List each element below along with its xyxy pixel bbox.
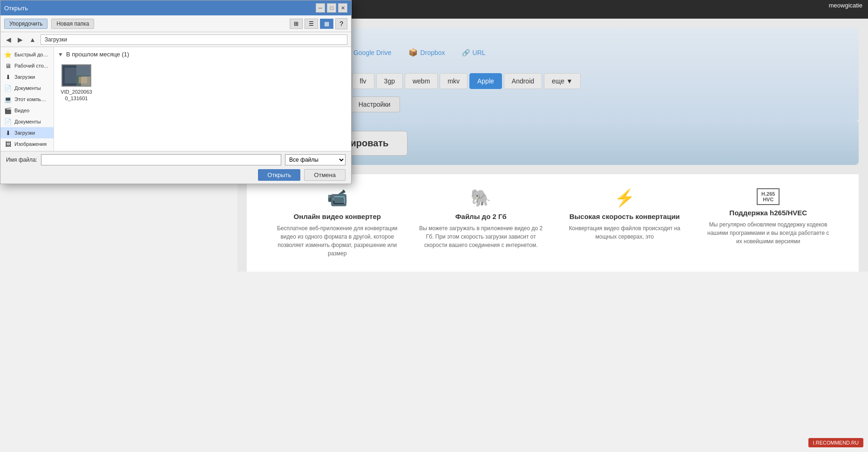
video-icon: 🎬 bbox=[4, 107, 12, 114]
new-folder-button[interactable]: Новая папка bbox=[51, 19, 94, 29]
svg-rect-3 bbox=[76, 75, 90, 86]
format-tab-3gp[interactable]: 3gp bbox=[376, 73, 403, 89]
sidebar-label-desktop-1: Рабочий сто... bbox=[14, 63, 48, 68]
filename-row: Имя файла: Все файлы bbox=[6, 154, 346, 165]
documents-icon-2: 📄 bbox=[4, 118, 12, 125]
dialog-maximize-button[interactable]: □ bbox=[327, 3, 336, 13]
dialog-footer: Имя файла: Все файлы Открыть Отмена bbox=[0, 151, 351, 184]
file-thumb-visual bbox=[62, 65, 90, 86]
sidebar-item-downloads-active[interactable]: ⬇ Загрузки bbox=[0, 127, 54, 138]
dropbox-button[interactable]: 📦 Dropbox bbox=[403, 44, 451, 61]
filetype-select[interactable]: Все файлы bbox=[285, 154, 346, 165]
view-list-button[interactable]: ☰ bbox=[305, 19, 318, 29]
feature-desc-3: Мы регулярно обновляем поддержку кодеков… bbox=[706, 220, 831, 246]
format-tab-webm[interactable]: webm bbox=[405, 73, 438, 89]
svg-rect-2 bbox=[76, 65, 90, 75]
dialog-help-button[interactable]: ? bbox=[335, 18, 347, 29]
dialog-addressbar: ◀ ▶ ▲ Загрузки bbox=[0, 32, 351, 47]
feature-desc-2: Конвертация видео файлов происходит на м… bbox=[562, 224, 687, 241]
sidebar-label-computer: Этот компьютер bbox=[14, 96, 50, 102]
sidebar-label-quick-access: Быстрый доступ bbox=[14, 52, 50, 57]
feature-icon-elephant: 🐘 bbox=[419, 188, 544, 208]
svg-rect-4 bbox=[79, 77, 87, 83]
computer-icon: 💻 bbox=[4, 96, 12, 103]
feature-h265: H.265HVC Поддержка h265/HVEC Мы регулярн… bbox=[697, 188, 841, 258]
upload-row: файл или 🟢 Google Drive 📦 Dropbox 🔗 URL bbox=[265, 41, 840, 64]
h265-box: H.265HVC bbox=[757, 188, 780, 205]
file-item-vid[interactable]: VID_20200630_131601 bbox=[58, 62, 95, 104]
feature-desc-0: Бесплатное веб-приложение для конвертаци… bbox=[275, 224, 400, 258]
sidebar-item-video[interactable]: 🎬 Видео bbox=[0, 105, 54, 116]
file-name-label: VID_20200630_131601 bbox=[60, 89, 93, 102]
folder-header-label: В прошлом месяце (1) bbox=[66, 51, 129, 58]
feature-title-1: Файлы до 2 Гб bbox=[419, 212, 544, 220]
svg-rect-1 bbox=[65, 68, 76, 83]
dialog-titlebar: Открыть ─ □ ✕ bbox=[0, 0, 351, 15]
file-thumbnail bbox=[61, 64, 91, 87]
sidebar-item-downloads-1[interactable]: ⬇ Загрузки bbox=[0, 71, 54, 82]
images-icon: 🖼 bbox=[4, 140, 12, 148]
feature-title-2: Высокая скорость конвертации bbox=[562, 212, 687, 220]
file-dialog: Открыть ─ □ ✕ Упорядочить Новая папка ⊞ … bbox=[0, 0, 352, 184]
feature-icon-speed: ⚡ bbox=[562, 188, 687, 208]
filename-input[interactable] bbox=[41, 154, 281, 165]
quick-access-icon: ⭐ bbox=[4, 51, 12, 58]
feature-desc-1: Вы можете загружать в приложение видео д… bbox=[419, 224, 544, 249]
filename-label: Имя файла: bbox=[6, 157, 37, 163]
dialog-controls: ─ □ ✕ bbox=[316, 3, 347, 13]
sidebar-label-downloads-1: Загрузки bbox=[14, 74, 35, 80]
app-brand: meowgicatie bbox=[823, 0, 868, 11]
up-button[interactable]: ▲ bbox=[27, 35, 38, 44]
forward-button[interactable]: ▶ bbox=[16, 35, 25, 44]
downloads-icon-active: ⬇ bbox=[4, 129, 12, 137]
view-toggle-button[interactable]: ⊞ bbox=[290, 19, 303, 29]
dialog-body: ⭐ Быстрый доступ 🖥 Рабочий сто... ⬇ Загр… bbox=[0, 47, 351, 151]
documents-icon-1: 📄 bbox=[4, 84, 12, 92]
url-button[interactable]: 🔗 URL bbox=[456, 45, 491, 60]
dialog-close-button[interactable]: ✕ bbox=[338, 3, 347, 13]
cancel-button[interactable]: Отмена bbox=[304, 169, 346, 181]
dialog-minimize-button[interactable]: ─ bbox=[316, 3, 325, 13]
format-tab-more[interactable]: еще ▼ bbox=[544, 73, 581, 89]
desktop-icon-1: 🖥 bbox=[4, 62, 12, 69]
features-section: 📹 Онлайн видео конвертер Бесплатное веб-… bbox=[247, 174, 859, 272]
format-tab-mkv[interactable]: mkv bbox=[440, 73, 468, 89]
sidebar-label-video: Видео bbox=[14, 108, 29, 113]
format-tab-android[interactable]: Android bbox=[504, 73, 542, 89]
sidebar-item-quick-access[interactable]: ⭐ Быстрый доступ bbox=[0, 49, 54, 60]
view-details-button[interactable]: ▦ bbox=[320, 19, 333, 29]
settings-button[interactable]: Настройки bbox=[349, 96, 400, 112]
feature-icon-video: 📹 bbox=[275, 188, 400, 208]
sidebar-item-desktop-1[interactable]: 🖥 Рабочий сто... bbox=[0, 60, 54, 71]
downloads-icon-1: ⬇ bbox=[4, 73, 12, 81]
dialog-toolbar: Упорядочить Новая папка ⊞ ☰ ▦ ? bbox=[0, 15, 351, 32]
open-button[interactable]: Открыть bbox=[258, 169, 300, 181]
arrange-button[interactable]: Упорядочить bbox=[4, 19, 47, 29]
format-tab-flv[interactable]: flv bbox=[352, 73, 374, 89]
back-button[interactable]: ◀ bbox=[4, 35, 13, 44]
file-grid: VID_20200630_131601 bbox=[58, 62, 347, 104]
dialog-title: Открыть bbox=[4, 5, 28, 12]
sidebar-item-images[interactable]: 🖼 Изображения bbox=[0, 138, 54, 150]
url-icon: 🔗 bbox=[462, 49, 470, 56]
folder-header: ▼ В прошлом месяце (1) bbox=[58, 51, 347, 58]
sidebar-item-documents-2[interactable]: 📄 Документы bbox=[0, 116, 54, 127]
dialog-sidebar: ⭐ Быстрый доступ 🖥 Рабочий сто... ⬇ Загр… bbox=[0, 47, 54, 151]
feature-speed: ⚡ Высокая скорость конвертации Конвертац… bbox=[553, 188, 697, 258]
format-tabs: mp4 avi mov flv 3gp webm mkv Apple Andro… bbox=[265, 73, 840, 89]
dropbox-icon: 📦 bbox=[408, 48, 418, 57]
dialog-buttons: Открыть Отмена bbox=[6, 169, 346, 181]
sidebar-label-documents-2: Документы bbox=[14, 119, 41, 124]
format-tab-apple[interactable]: Apple bbox=[469, 73, 502, 89]
sidebar-item-documents-1[interactable]: 📄 Документы bbox=[0, 82, 54, 94]
sidebar-label-documents-1: Документы bbox=[14, 85, 41, 91]
feature-online-converter: 📹 Онлайн видео конвертер Бесплатное веб-… bbox=[265, 188, 409, 258]
sidebar-this-computer[interactable]: 💻 Этот компьютер bbox=[0, 94, 54, 105]
feature-file-size: 🐘 Файлы до 2 Гб Вы можете загружать в пр… bbox=[409, 188, 553, 258]
dialog-path: Загрузки bbox=[41, 34, 347, 45]
irecommend-badge: I.RECOMMEND.RU bbox=[808, 438, 863, 447]
sidebar-label-downloads-active: Загрузки bbox=[14, 130, 35, 136]
dialog-main-area: ▼ В прошлом месяце (1) bbox=[54, 47, 351, 151]
feature-title-0: Онлайн видео конвертер bbox=[275, 212, 400, 220]
sidebar-label-images: Изображения bbox=[14, 141, 47, 147]
